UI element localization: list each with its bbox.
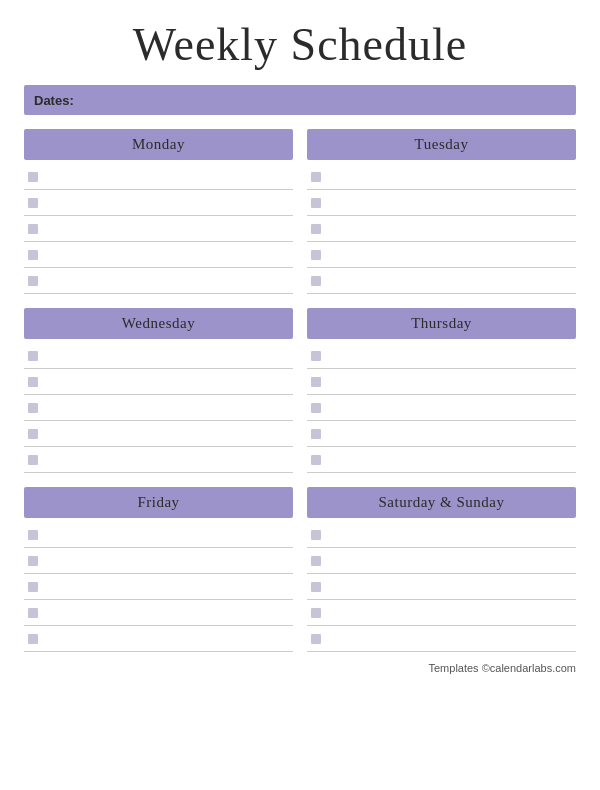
list-item[interactable] [24,626,293,652]
list-item[interactable] [24,164,293,190]
row-line [327,459,574,460]
list-item[interactable] [307,600,576,626]
list-item[interactable] [24,190,293,216]
list-item[interactable] [24,216,293,242]
row-line [327,254,574,255]
row-line [44,433,291,434]
row-line [44,612,291,613]
list-item[interactable] [307,421,576,447]
checkbox-icon [311,530,321,540]
row-line [327,280,574,281]
list-item[interactable] [307,548,576,574]
day-block-thursday: Thursday [307,308,576,473]
checkbox-icon [311,634,321,644]
row-line [44,355,291,356]
day-block-friday: Friday [24,487,293,652]
row-line [44,459,291,460]
list-item[interactable] [24,447,293,473]
checkbox-icon [311,377,321,387]
row-line [327,381,574,382]
checkbox-icon [311,276,321,286]
checkbox-icon [311,172,321,182]
checkbox-icon [28,172,38,182]
row-line [44,381,291,382]
day-rows [307,522,576,652]
list-item[interactable] [24,343,293,369]
checkbox-icon [28,582,38,592]
day-header: Monday [24,129,293,160]
day-rows [307,343,576,473]
day-header: Tuesday [307,129,576,160]
list-item[interactable] [307,369,576,395]
row-line [327,433,574,434]
checkbox-icon [28,429,38,439]
list-item[interactable] [307,626,576,652]
list-item[interactable] [307,395,576,421]
row-line [44,228,291,229]
list-item[interactable] [24,421,293,447]
row-line [327,586,574,587]
list-item[interactable] [24,522,293,548]
checkbox-icon [28,530,38,540]
day-rows [24,522,293,652]
weekly-grid: MondayTuesdayWednesdayThursdayFridaySatu… [24,129,576,652]
list-item[interactable] [307,343,576,369]
row-line [44,407,291,408]
list-item[interactable] [307,268,576,294]
list-item[interactable] [307,447,576,473]
checkbox-icon [311,608,321,618]
day-block-monday: Monday [24,129,293,294]
checkbox-icon [28,403,38,413]
checkbox-icon [311,429,321,439]
row-line [44,280,291,281]
day-block-tuesday: Tuesday [307,129,576,294]
checkbox-icon [28,556,38,566]
day-block-saturday-and-sunday: Saturday & Sunday [307,487,576,652]
checkbox-icon [28,608,38,618]
checkbox-icon [311,351,321,361]
list-item[interactable] [24,242,293,268]
row-line [44,560,291,561]
row-line [327,407,574,408]
list-item[interactable] [307,164,576,190]
checkbox-icon [28,455,38,465]
row-line [327,638,574,639]
dates-label: Dates: [34,93,74,108]
row-line [327,176,574,177]
list-item[interactable] [307,242,576,268]
row-line [327,228,574,229]
list-item[interactable] [307,522,576,548]
list-item[interactable] [24,548,293,574]
day-rows [24,164,293,294]
checkbox-icon [311,198,321,208]
checkbox-icon [28,250,38,260]
row-line [44,534,291,535]
list-item[interactable] [24,268,293,294]
row-line [327,612,574,613]
list-item[interactable] [24,574,293,600]
checkbox-icon [28,351,38,361]
row-line [44,638,291,639]
list-item[interactable] [24,600,293,626]
list-item[interactable] [24,395,293,421]
checkbox-icon [311,403,321,413]
row-line [327,355,574,356]
page-title: Weekly Schedule [133,18,467,71]
list-item[interactable] [24,369,293,395]
list-item[interactable] [307,574,576,600]
row-line [327,534,574,535]
checkbox-icon [28,377,38,387]
list-item[interactable] [307,190,576,216]
checkbox-icon [311,455,321,465]
footer-credit: Templates ©calendarlabs.com [24,662,576,674]
checkbox-icon [28,634,38,644]
checkbox-icon [311,250,321,260]
checkbox-icon [28,198,38,208]
day-header: Thursday [307,308,576,339]
checkbox-icon [311,582,321,592]
row-line [327,202,574,203]
checkbox-icon [311,556,321,566]
row-line [44,202,291,203]
list-item[interactable] [307,216,576,242]
day-header: Saturday & Sunday [307,487,576,518]
